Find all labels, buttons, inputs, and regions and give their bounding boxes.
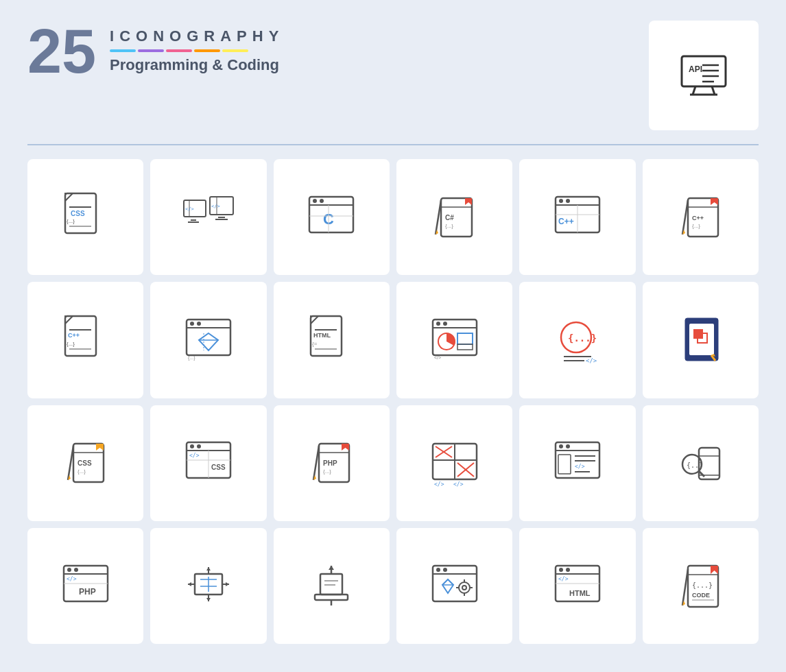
svg-point-163: [436, 568, 440, 572]
svg-point-98: [190, 444, 194, 448]
code-monitor-icon: </> </>: [181, 190, 236, 245]
svg-text:PHP: PHP: [323, 459, 337, 467]
svg-text:</>: </>: [185, 206, 194, 212]
icon-card-align-tool: [274, 528, 390, 644]
php-browser-icon: </> PHP: [58, 559, 113, 614]
header-number: 25: [27, 21, 96, 82]
svg-marker-184: [711, 566, 718, 574]
icon-card-layout-code: </> </>: [396, 405, 512, 521]
responsive-design-icon: [181, 559, 236, 614]
icon-card-php-book: PHP {...}: [274, 405, 390, 521]
svg-line-1: [693, 86, 695, 95]
icon-card-cpp-book-outline: C++ {...}: [643, 159, 759, 275]
svg-rect-76: [457, 344, 473, 350]
icon-card-diamond-browser: {...}: [150, 282, 266, 398]
svg-marker-165: [442, 579, 453, 593]
svg-line-2: [712, 86, 715, 95]
svg-marker-49: [711, 198, 718, 205]
svg-rect-156: [320, 574, 342, 595]
web-chart-icon: </>: [427, 313, 482, 368]
cpp-file-icon: C++ {...}: [58, 313, 113, 368]
html-browser-icon: </> HTML: [550, 559, 605, 614]
svg-point-40: [559, 199, 563, 203]
icon-card-code-monitor: </> </>: [150, 159, 266, 275]
svg-marker-144: [188, 582, 191, 586]
color-bar-pink: [166, 49, 192, 52]
icon-card-php-browser: </> PHP: [27, 528, 143, 644]
code-book-icon: {...} CODE: [673, 559, 728, 614]
svg-text:</>: </>: [575, 464, 585, 470]
svg-text:CODE: CODE: [692, 592, 710, 599]
html-file-icon: HTML {=: [304, 313, 359, 368]
svg-text:</>: </>: [558, 576, 569, 582]
search-code-icon: {..}: [673, 435, 728, 490]
svg-marker-35: [465, 198, 472, 205]
svg-text:API: API: [689, 64, 702, 74]
icon-card-css-file: CSS {...}: [27, 159, 143, 275]
svg-marker-148: [206, 567, 211, 571]
svg-point-138: [74, 568, 78, 572]
icon-card-css-book: CSS {...}: [27, 405, 143, 521]
svg-text:HTML: HTML: [569, 589, 591, 597]
svg-point-164: [443, 568, 447, 572]
icon-card-search-code: {..}: [643, 405, 759, 521]
css-book-icon: CSS {...}: [58, 435, 113, 490]
svg-marker-158: [329, 566, 334, 570]
header: 25 ICONOGRAPHY Programming & Coding API: [27, 21, 759, 130]
c-browser-icon: C: [304, 190, 359, 245]
svg-text:{...}: {...}: [568, 333, 597, 344]
svg-marker-108: [342, 444, 349, 451]
svg-rect-84: [689, 324, 714, 355]
api-monitor-icon: API: [676, 48, 731, 103]
cpp-book-outline-icon: C++ {...}: [673, 190, 728, 245]
svg-point-73: [443, 322, 447, 326]
svg-text:CSS: CSS: [211, 464, 226, 471]
curly-circle-icon: {...} </>: [550, 313, 605, 368]
css-browser-icon: </> CSS: [181, 435, 236, 490]
svg-point-60: [197, 322, 201, 326]
color-bar-yellow: [222, 49, 248, 52]
header-text: ICONOGRAPHY Programming & Coding: [110, 21, 284, 74]
header-left: 25 ICONOGRAPHY Programming & Coding: [27, 21, 284, 82]
svg-point-72: [436, 322, 440, 326]
icon-card-design-book: [643, 282, 759, 398]
svg-point-41: [566, 199, 570, 203]
icon-grid: CSS {...} </> </>: [27, 159, 759, 644]
svg-text:HTML: HTML: [313, 332, 331, 339]
svg-marker-93: [96, 444, 104, 451]
svg-text:</>: </>: [67, 576, 77, 582]
svg-text:{...}: {...}: [78, 468, 86, 475]
svg-point-175: [559, 568, 563, 572]
svg-text:C#: C#: [445, 214, 454, 221]
svg-text:</>: </>: [434, 481, 444, 488]
layout-code-icon: </> </>: [427, 435, 482, 490]
icon-card-code-list-browser: </>: [519, 405, 635, 521]
svg-text:{...}: {...}: [188, 355, 195, 361]
svg-point-59: [190, 322, 194, 326]
svg-rect-124: [558, 455, 571, 474]
icon-card-web-chart: </>: [396, 282, 512, 398]
color-bar-purple: [138, 49, 164, 52]
icon-card-code-book: {...} CODE: [643, 528, 759, 644]
csharp-book-icon: C# {...}: [427, 190, 482, 245]
svg-text:{...}: {...}: [692, 581, 713, 589]
svg-point-122: [559, 444, 563, 448]
svg-text:PHP: PHP: [79, 587, 96, 597]
svg-point-168: [462, 586, 466, 590]
php-book-icon: PHP {...}: [304, 435, 359, 490]
color-bars: [110, 49, 284, 52]
svg-text:</>: </>: [211, 204, 220, 209]
svg-marker-150: [206, 598, 211, 601]
svg-text:</>: </>: [453, 481, 464, 488]
svg-marker-61: [199, 333, 218, 350]
svg-marker-146: [226, 582, 229, 586]
svg-text:</>: </>: [586, 357, 597, 364]
icon-card-csharp-book: C# {...}: [396, 159, 512, 275]
svg-text:{..}: {..}: [687, 461, 703, 469]
svg-text:{=: {=: [312, 341, 318, 347]
svg-text:C++: C++: [558, 217, 574, 226]
svg-text:{...}: {...}: [67, 341, 75, 347]
svg-text:</>: </>: [189, 453, 200, 459]
iconography-title: ICONOGRAPHY: [110, 27, 284, 45]
svg-text:C++: C++: [692, 215, 704, 221]
